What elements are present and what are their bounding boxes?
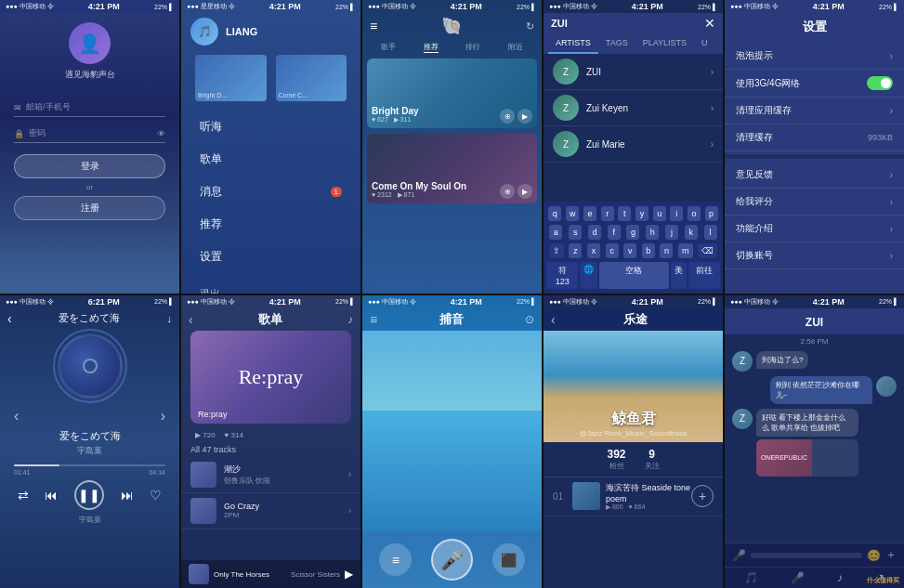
settings-rate[interactable]: 给我评分 › — [725, 189, 904, 216]
key-k[interactable]: k — [685, 225, 698, 240]
key-y[interactable]: y — [635, 206, 649, 221]
email-field[interactable]: ✉ 邮箱/手机号 — [14, 98, 165, 117]
play-btn-2[interactable]: ▶ — [518, 184, 532, 199]
close-button[interactable]: ✕ — [704, 16, 715, 31]
key-s[interactable]: s — [569, 225, 582, 240]
settings-bubbles[interactable]: 泡泡提示 › — [725, 43, 904, 70]
play-btn-1[interactable]: ▶ — [518, 109, 532, 124]
key-space[interactable]: 空格 — [599, 262, 668, 289]
mini-play[interactable]: ▶ — [345, 568, 353, 581]
tab-nearby[interactable]: 附近 — [508, 42, 523, 53]
artist-song[interactable]: 01 海滨苦待 Seaside tone poem ▶ 800 ♥ 664 + — [544, 477, 723, 516]
password-field[interactable]: 🔒 密码 👁 — [14, 124, 165, 143]
chat-input[interactable] — [751, 553, 862, 558]
key-v[interactable]: v — [623, 243, 636, 258]
menu-item-3[interactable]: 消息 1 — [181, 176, 360, 208]
mic-icon[interactable]: 🎤 — [732, 549, 746, 562]
logout-item[interactable]: 退出 — [181, 278, 360, 294]
key-x[interactable]: x — [587, 243, 600, 258]
key-z[interactable]: z — [569, 243, 582, 258]
settings-network[interactable]: 使用3G/4G网络 — [725, 70, 904, 98]
key-e[interactable]: e — [583, 206, 596, 221]
play-pause-button[interactable]: ❚❚ — [74, 480, 104, 510]
login-button[interactable]: 登录 — [14, 154, 165, 178]
key-p[interactable]: p — [705, 206, 718, 221]
settings-intro[interactable]: 功能介绍 › — [725, 216, 904, 242]
tab-rank[interactable]: 排行 — [465, 42, 480, 53]
key-f[interactable]: f — [608, 225, 621, 240]
result-zui-marie[interactable]: Z Zui Marie › — [544, 126, 723, 163]
refresh-icon[interactable]: ↻ — [526, 20, 534, 33]
nav-music-icon[interactable]: 🎵 — [744, 571, 758, 584]
rec-settings-icon[interactable]: ⊙ — [525, 313, 534, 326]
key-j[interactable]: j — [665, 225, 678, 240]
key-b[interactable]: b — [642, 243, 655, 258]
tab-playlists[interactable]: PLAYLISTS — [635, 33, 694, 54]
album-card-1[interactable]: Bright Day ♥ 627 ▶ 311 ⊕ ▶ — [367, 59, 537, 128]
key-c[interactable]: c — [606, 243, 619, 258]
key-chinese[interactable]: 美 — [671, 262, 687, 289]
player-progress-bar[interactable] — [14, 464, 165, 466]
fans-count: 392 — [607, 448, 625, 461]
key-m[interactable]: m — [678, 243, 693, 258]
music-card[interactable]: ONEREPUBLIC — [756, 439, 858, 477]
nav-mic-icon[interactable]: 🎤 — [791, 571, 805, 584]
add-song-btn[interactable]: + — [691, 485, 714, 507]
result-zui-keyen[interactable]: Z Zui Keyen › — [544, 90, 723, 126]
shuffle-icon[interactable]: ⇄ — [18, 488, 29, 503]
key-u[interactable]: u — [653, 206, 666, 221]
settings-clear-cache[interactable]: 清理缓存 993KB — [725, 124, 904, 151]
key-t[interactable]: t — [618, 206, 631, 221]
settings-switch[interactable]: 切换账号 › — [725, 242, 904, 269]
track-2[interactable]: Go Crazy 2PM › — [181, 493, 360, 529]
tab-artists[interactable]: ARTISTS — [548, 33, 598, 54]
key-shift[interactable]: ⇧ — [549, 243, 564, 258]
key-n[interactable]: n — [660, 243, 673, 258]
menu-item-2[interactable]: 歌单 — [181, 143, 360, 176]
prev-btn-1[interactable]: ⊕ — [500, 109, 515, 124]
next-icon[interactable]: › — [161, 408, 165, 425]
result-zui[interactable]: Z ZUI › — [544, 54, 723, 90]
key-w[interactable]: w — [566, 206, 580, 221]
key-g[interactable]: g — [626, 225, 639, 240]
download-icon[interactable]: ↓ — [167, 313, 173, 324]
album-card-2[interactable]: Come On My Soul On ♥ 2312 ▶ 871 ⊕ ▶ — [367, 134, 537, 203]
prev-icon[interactable]: ‹ — [14, 408, 19, 425]
heart-icon[interactable]: ♡ — [150, 488, 162, 503]
key-123[interactable]: 符 123 — [546, 262, 578, 289]
settings-clear-app[interactable]: 清理应用缓存 › — [725, 98, 904, 124]
key-d[interactable]: d — [588, 225, 601, 240]
key-r[interactable]: r — [601, 206, 614, 221]
menu-item-5[interactable]: 设置 — [181, 241, 360, 273]
settings-feedback[interactable]: 意见反馈 › — [725, 162, 904, 189]
key-l[interactable]: l — [704, 225, 717, 240]
key-backspace[interactable]: ⌫ — [698, 243, 717, 258]
key-globe[interactable]: 🌐 — [580, 262, 597, 289]
menu-icon-rec[interactable]: ≡ — [370, 312, 377, 327]
menu-item-1[interactable]: 听海 — [181, 111, 360, 143]
emoji-icon[interactable]: 😊 — [867, 549, 881, 562]
menu-item-4[interactable]: 推荐 — [181, 208, 360, 241]
tab-singer[interactable]: 歌手 — [381, 42, 396, 53]
key-a[interactable]: a — [549, 225, 562, 240]
rec-video-icon[interactable]: ⬛ — [492, 543, 525, 576]
key-q[interactable]: q — [548, 206, 561, 221]
rec-eq-icon[interactable]: ≡ — [379, 543, 412, 576]
tab-recommend[interactable]: 推荐 — [424, 42, 439, 53]
key-return[interactable]: 前往 — [688, 262, 720, 289]
tab-tags[interactable]: TAGS — [598, 33, 635, 54]
prev-btn-2[interactable]: ⊕ — [500, 184, 515, 199]
key-h[interactable]: h — [646, 225, 659, 240]
track-1[interactable]: 潮沙 朝鲁乐队·饮闹 › — [181, 457, 360, 493]
prev-ctrl[interactable]: ⏮ — [45, 488, 58, 503]
menu-icon[interactable]: ≡ — [370, 19, 377, 33]
nav-note-icon[interactable]: ♪ — [837, 571, 843, 584]
next-ctrl[interactable]: ⏭ — [121, 488, 134, 503]
key-i[interactable]: i — [670, 206, 683, 221]
network-toggle[interactable] — [867, 76, 893, 90]
plus-icon[interactable]: ＋ — [885, 547, 897, 563]
register-button[interactable]: 注册 — [14, 196, 165, 220]
tab-u[interactable]: U — [694, 33, 715, 54]
rec-mic-button[interactable]: 🎤 — [431, 539, 473, 581]
key-o[interactable]: o — [688, 206, 701, 221]
